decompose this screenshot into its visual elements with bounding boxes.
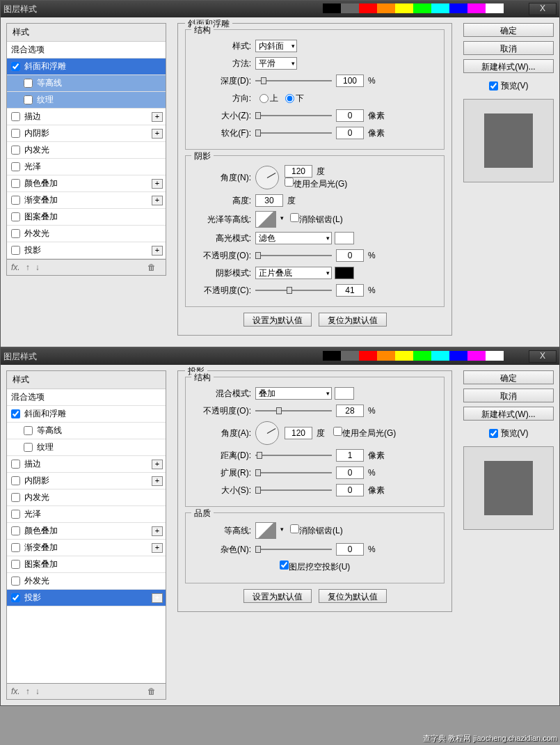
style-row-10[interactable]: 外发光 [7,573,166,590]
blend-options-row[interactable]: 混合选项 [7,389,166,406]
add-effect-icon[interactable]: + [152,476,163,486]
style-select[interactable]: 内斜面 [255,40,297,52]
highlight-color[interactable] [335,232,354,244]
highlight-mode-select[interactable]: 滤色 [255,232,332,244]
style-row-3[interactable]: 描边+ [7,109,166,125]
angle-input[interactable] [285,427,312,439]
titlebar[interactable]: 图层样式 X [1,348,559,365]
add-effect-icon[interactable]: + [152,460,163,469]
style-checkbox[interactable] [11,409,20,418]
style-checkbox[interactable] [11,460,20,469]
style-checkbox[interactable] [11,493,20,502]
style-checkbox[interactable] [11,593,20,602]
global-light-checkbox[interactable]: 使用全局光(G) [285,179,347,189]
style-row-3[interactable]: 描边+ [7,456,166,473]
style-row-8[interactable]: 渐变叠加+ [7,192,166,209]
style-checkbox[interactable] [11,162,20,171]
style-row-6[interactable]: 光泽 [7,506,166,523]
new-style-button[interactable]: 新建样式(W)... [463,407,554,421]
style-checkbox[interactable] [11,229,20,238]
shadow-opacity-input[interactable] [336,284,364,297]
add-effect-icon[interactable]: + [152,179,163,189]
style-row-2[interactable]: 纹理 [7,92,166,109]
style-checkbox[interactable] [11,577,20,586]
style-row-7[interactable]: 颜色叠加+ [7,175,166,192]
soften-slider[interactable] [255,128,332,138]
preview-checkbox[interactable]: 预览(V) [463,428,554,439]
opacity-slider[interactable] [255,406,332,416]
new-style-button[interactable]: 新建样式(W)... [463,59,554,73]
noise-slider[interactable] [255,544,332,554]
dir-down-radio[interactable]: 下 [285,93,304,104]
ok-button[interactable]: 确定 [463,370,554,384]
style-row-5[interactable]: 内发光 [7,142,166,159]
add-effect-icon[interactable]: + [152,112,163,122]
style-checkbox[interactable] [11,510,20,519]
gloss-contour[interactable] [255,211,276,228]
depth-slider[interactable] [255,76,332,86]
style-checkbox[interactable] [11,146,20,155]
cancel-button[interactable]: 取消 [463,41,554,55]
style-row-4[interactable]: 内阴影+ [7,473,166,489]
style-checkbox[interactable] [11,129,20,138]
style-checkbox[interactable] [24,79,33,88]
size-slider[interactable] [255,485,332,495]
down-arrow-icon[interactable]: ↓ [35,687,40,696]
shadow-color[interactable] [335,387,354,400]
size-slider[interactable] [255,111,332,120]
spread-slider[interactable] [255,468,332,478]
antialias-checkbox[interactable]: 消除锯齿(L) [290,213,343,226]
spread-input[interactable] [336,466,364,479]
style-row-1[interactable]: 等高线 [7,423,166,439]
depth-input[interactable] [336,74,364,87]
cancel-button[interactable]: 取消 [463,389,554,402]
antialias-checkbox[interactable]: 消除锯齿(L) [290,524,343,537]
style-row-6[interactable]: 光泽 [7,159,166,175]
add-effect-icon[interactable]: + [152,543,163,553]
style-checkbox[interactable] [11,212,20,221]
make-default-button[interactable]: 设置为默认值 [243,313,312,327]
style-row-11[interactable]: 投影+ [7,242,166,259]
style-row-4[interactable]: 内阴影+ [7,125,166,142]
style-row-9[interactable]: 图案叠加 [7,209,166,226]
soften-input[interactable] [336,127,364,139]
distance-slider[interactable] [255,450,332,460]
style-checkbox[interactable] [24,443,33,452]
style-row-7[interactable]: 颜色叠加+ [7,523,166,540]
knockout-checkbox[interactable]: 图层挖空投影(U) [280,560,351,573]
style-row-0[interactable]: 斜面和浮雕 [7,406,166,423]
style-checkbox[interactable] [11,543,20,552]
trash-icon[interactable]: 🗑 [147,262,156,272]
close-icon[interactable]: X [529,350,557,363]
contour-picker[interactable] [255,522,276,539]
angle-dial[interactable] [255,166,279,189]
blend-options-row[interactable]: 混合选项 [7,42,166,58]
blend-mode-select[interactable]: 叠加 [255,387,332,400]
reset-default-button[interactable]: 复位为默认值 [319,313,387,327]
size-input[interactable] [336,109,364,122]
style-row-11[interactable]: 投影+ [7,590,166,606]
style-checkbox[interactable] [11,112,20,121]
preview-checkbox[interactable]: 预览(V) [463,80,554,92]
style-row-10[interactable]: 外发光 [7,226,166,242]
style-checkbox[interactable] [11,179,20,188]
dir-up-radio[interactable]: 上 [259,93,278,104]
angle-dial[interactable] [255,421,279,445]
highlight-opacity-slider[interactable] [255,251,332,260]
ok-button[interactable]: 确定 [463,23,554,37]
size-input[interactable] [336,484,364,496]
method-select[interactable]: 平滑 [255,57,297,70]
close-icon[interactable]: X [529,3,557,15]
add-effect-icon[interactable]: + [152,526,163,536]
global-light-checkbox[interactable]: 使用全局光(G) [333,427,396,439]
style-row-8[interactable]: 渐变叠加+ [7,540,166,556]
style-row-2[interactable]: 纹理 [7,439,166,456]
highlight-opacity-input[interactable] [336,249,364,262]
style-checkbox[interactable] [11,476,20,485]
style-row-1[interactable]: 等高线 [7,75,166,92]
up-arrow-icon[interactable]: ↑ [26,262,30,272]
style-checkbox[interactable] [11,62,20,71]
style-row-5[interactable]: 内发光 [7,489,166,506]
style-row-9[interactable]: 图案叠加 [7,556,166,573]
add-effect-icon[interactable]: + [152,593,163,603]
